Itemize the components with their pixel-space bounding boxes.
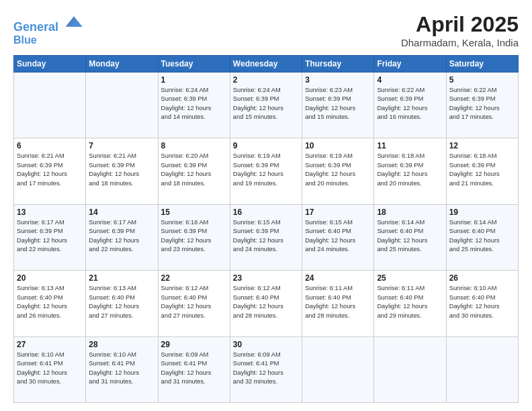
location: Dharmadam, Kerala, India [401, 37, 519, 48]
calendar-cell: 19Sunrise: 6:14 AM Sunset: 6:40 PM Dayli… [446, 204, 518, 270]
day-info: Sunrise: 6:22 AM Sunset: 6:39 PM Dayligh… [449, 86, 515, 122]
day-number: 7 [89, 141, 154, 150]
day-number: 22 [161, 273, 227, 283]
calendar-cell: 23Sunrise: 6:12 AM Sunset: 6:40 PM Dayli… [230, 271, 302, 336]
calendar-cell: 9Sunrise: 6:19 AM Sunset: 6:39 PM Daylig… [230, 138, 302, 204]
calendar-cell: 26Sunrise: 6:10 AM Sunset: 6:40 PM Dayli… [446, 271, 518, 336]
week-row-4: 27Sunrise: 6:10 AM Sunset: 6:41 PM Dayli… [14, 336, 519, 402]
day-info: Sunrise: 6:19 AM Sunset: 6:39 PM Dayligh… [305, 152, 371, 188]
logo-icon [64, 12, 83, 31]
calendar-cell: 21Sunrise: 6:13 AM Sunset: 6:40 PM Dayli… [86, 271, 158, 336]
weekday-friday: Friday [374, 56, 446, 73]
logo-blue: Blue [13, 34, 83, 46]
day-number: 23 [233, 273, 299, 283]
day-number: 30 [233, 340, 299, 349]
day-number: 21 [89, 273, 154, 283]
day-info: Sunrise: 6:15 AM Sunset: 6:40 PM Dayligh… [305, 218, 371, 255]
weekday-wednesday: Wednesday [230, 56, 302, 73]
day-info: Sunrise: 6:21 AM Sunset: 6:39 PM Dayligh… [89, 152, 154, 188]
day-number: 1 [161, 75, 227, 85]
day-number: 12 [449, 141, 515, 150]
day-info: Sunrise: 6:19 AM Sunset: 6:39 PM Dayligh… [233, 152, 299, 188]
day-info: Sunrise: 6:18 AM Sunset: 6:39 PM Dayligh… [449, 152, 515, 188]
calendar-cell: 5Sunrise: 6:22 AM Sunset: 6:39 PM Daylig… [446, 73, 518, 138]
day-info: Sunrise: 6:11 AM Sunset: 6:40 PM Dayligh… [377, 284, 443, 320]
day-info: Sunrise: 6:13 AM Sunset: 6:40 PM Dayligh… [89, 284, 154, 320]
calendar-cell: 12Sunrise: 6:18 AM Sunset: 6:39 PM Dayli… [446, 138, 518, 204]
day-info: Sunrise: 6:24 AM Sunset: 6:39 PM Dayligh… [161, 86, 227, 122]
day-number: 24 [305, 273, 371, 283]
day-info: Sunrise: 6:18 AM Sunset: 6:39 PM Dayligh… [377, 152, 443, 188]
weekday-sunday: Sunday [14, 56, 86, 73]
calendar-cell [86, 73, 158, 138]
day-number: 17 [305, 208, 371, 217]
calendar-cell [446, 336, 518, 402]
day-info: Sunrise: 6:14 AM Sunset: 6:40 PM Dayligh… [449, 218, 515, 255]
day-info: Sunrise: 6:23 AM Sunset: 6:39 PM Dayligh… [305, 86, 371, 122]
calendar-cell: 18Sunrise: 6:14 AM Sunset: 6:40 PM Dayli… [374, 204, 446, 270]
weekday-saturday: Saturday [446, 56, 518, 73]
day-number: 2 [233, 75, 299, 85]
calendar-cell: 30Sunrise: 6:09 AM Sunset: 6:41 PM Dayli… [230, 336, 302, 402]
logo: General Blue [13, 12, 83, 46]
day-info: Sunrise: 6:17 AM Sunset: 6:39 PM Dayligh… [89, 218, 154, 255]
calendar-cell: 29Sunrise: 6:09 AM Sunset: 6:41 PM Dayli… [158, 336, 230, 402]
day-number: 11 [377, 141, 443, 150]
calendar-body: 1Sunrise: 6:24 AM Sunset: 6:39 PM Daylig… [14, 73, 519, 403]
calendar-cell: 17Sunrise: 6:15 AM Sunset: 6:40 PM Dayli… [302, 204, 374, 270]
calendar-cell: 14Sunrise: 6:17 AM Sunset: 6:39 PM Dayli… [86, 204, 158, 270]
calendar-cell: 2Sunrise: 6:24 AM Sunset: 6:39 PM Daylig… [230, 73, 302, 138]
day-number: 15 [161, 208, 227, 217]
day-info: Sunrise: 6:09 AM Sunset: 6:41 PM Dayligh… [233, 351, 299, 387]
calendar-cell: 10Sunrise: 6:19 AM Sunset: 6:39 PM Dayli… [302, 138, 374, 204]
day-number: 9 [233, 141, 299, 150]
day-number: 16 [233, 208, 299, 217]
weekday-thursday: Thursday [302, 56, 374, 73]
calendar-cell: 3Sunrise: 6:23 AM Sunset: 6:39 PM Daylig… [302, 73, 374, 138]
day-number: 19 [449, 208, 515, 217]
day-number: 10 [305, 141, 371, 150]
day-info: Sunrise: 6:10 AM Sunset: 6:41 PM Dayligh… [89, 351, 154, 387]
calendar-cell [14, 73, 86, 138]
day-number: 18 [377, 208, 443, 217]
day-number: 26 [449, 273, 515, 283]
calendar-cell: 8Sunrise: 6:20 AM Sunset: 6:39 PM Daylig… [158, 138, 230, 204]
day-info: Sunrise: 6:16 AM Sunset: 6:39 PM Dayligh… [161, 218, 227, 255]
calendar-cell: 28Sunrise: 6:10 AM Sunset: 6:41 PM Dayli… [86, 336, 158, 402]
day-info: Sunrise: 6:17 AM Sunset: 6:39 PM Dayligh… [17, 218, 83, 255]
calendar-cell [302, 336, 374, 402]
day-number: 29 [161, 340, 227, 349]
day-info: Sunrise: 6:09 AM Sunset: 6:41 PM Dayligh… [161, 351, 227, 387]
day-info: Sunrise: 6:10 AM Sunset: 6:41 PM Dayligh… [17, 351, 83, 387]
logo-general: General [13, 20, 58, 34]
page: General Blue April 2025 Dharmadam, Keral… [0, 0, 532, 411]
week-row-0: 1Sunrise: 6:24 AM Sunset: 6:39 PM Daylig… [14, 73, 519, 138]
day-number: 4 [377, 75, 443, 85]
day-info: Sunrise: 6:12 AM Sunset: 6:40 PM Dayligh… [161, 284, 227, 320]
month-title: April 2025 [401, 12, 519, 37]
calendar-cell: 4Sunrise: 6:22 AM Sunset: 6:39 PM Daylig… [374, 73, 446, 138]
day-number: 20 [17, 273, 83, 283]
day-number: 8 [161, 141, 227, 150]
day-info: Sunrise: 6:11 AM Sunset: 6:40 PM Dayligh… [305, 284, 371, 320]
calendar-cell: 27Sunrise: 6:10 AM Sunset: 6:41 PM Dayli… [14, 336, 86, 402]
calendar-cell: 25Sunrise: 6:11 AM Sunset: 6:40 PM Dayli… [374, 271, 446, 336]
calendar-cell: 15Sunrise: 6:16 AM Sunset: 6:39 PM Dayli… [158, 204, 230, 270]
calendar-cell: 16Sunrise: 6:15 AM Sunset: 6:39 PM Dayli… [230, 204, 302, 270]
calendar-cell: 22Sunrise: 6:12 AM Sunset: 6:40 PM Dayli… [158, 271, 230, 336]
header: General Blue April 2025 Dharmadam, Keral… [13, 12, 519, 48]
week-row-3: 20Sunrise: 6:13 AM Sunset: 6:40 PM Dayli… [14, 271, 519, 336]
week-row-1: 6Sunrise: 6:21 AM Sunset: 6:39 PM Daylig… [14, 138, 519, 204]
day-info: Sunrise: 6:20 AM Sunset: 6:39 PM Dayligh… [161, 152, 227, 188]
day-number: 28 [89, 340, 154, 349]
day-number: 14 [89, 208, 154, 217]
calendar-header: SundayMondayTuesdayWednesdayThursdayFrid… [14, 56, 519, 73]
day-info: Sunrise: 6:12 AM Sunset: 6:40 PM Dayligh… [233, 284, 299, 320]
day-number: 27 [17, 340, 83, 349]
weekday-tuesday: Tuesday [158, 56, 230, 73]
day-info: Sunrise: 6:22 AM Sunset: 6:39 PM Dayligh… [377, 86, 443, 122]
day-number: 5 [449, 75, 515, 85]
day-info: Sunrise: 6:21 AM Sunset: 6:39 PM Dayligh… [17, 152, 83, 188]
logo-text: General [13, 12, 83, 34]
title-block: April 2025 Dharmadam, Kerala, India [401, 12, 519, 48]
